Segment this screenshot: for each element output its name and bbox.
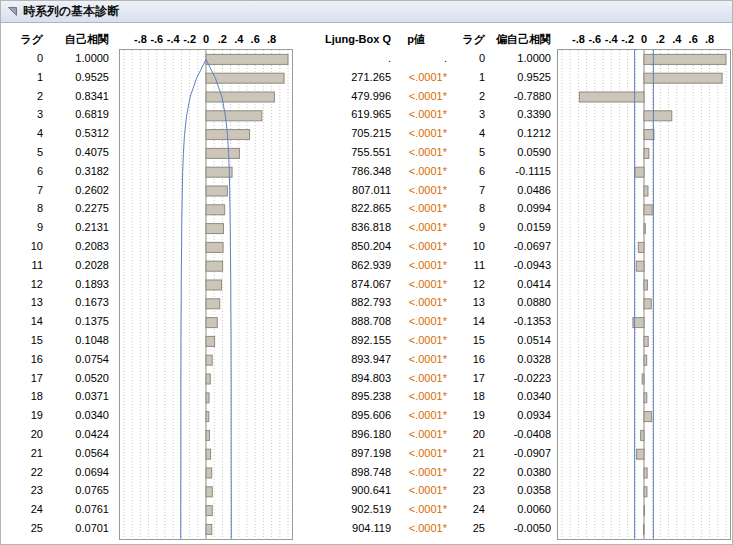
- acf-bar: [206, 92, 274, 102]
- pacf-bar: [644, 393, 647, 403]
- lag-cell: 1: [449, 68, 487, 87]
- lag-cell: 12: [7, 275, 45, 294]
- spacer: [111, 49, 119, 540]
- lag-cell: 20: [7, 425, 45, 444]
- lag-cell: 6: [449, 162, 487, 181]
- ljung-box-q-cell: 850.204: [293, 237, 393, 256]
- acf-bar: [206, 524, 212, 534]
- pacf-value-cell: 1.0000: [487, 49, 553, 68]
- p-value-cell: <.0001*: [393, 369, 449, 388]
- pacf-chart: [557, 49, 731, 540]
- pacf-bar: [644, 148, 649, 158]
- p-value-cell: <.0001*: [393, 387, 449, 406]
- pacf-bar: [638, 242, 644, 252]
- pacf-chart-svg: [558, 50, 730, 539]
- acf-chart-svg: [120, 50, 292, 539]
- lag-cell: 12: [449, 275, 487, 294]
- acf-value-cell: 0.0424: [45, 425, 111, 444]
- pacf-value-cell: 0.0414: [487, 275, 553, 294]
- acf-value-cell: 0.0520: [45, 369, 111, 388]
- acf-axis-labels: -.8-.6-.4-.20.2.4.6.8: [119, 29, 293, 49]
- acf-bar: [206, 299, 220, 309]
- acf-bar: [206, 449, 211, 459]
- acf-bar: [206, 374, 210, 384]
- pacf-bar: [635, 167, 644, 177]
- ljung-box-q-cell: 862.939: [293, 256, 393, 275]
- acf-value-cell: 0.0564: [45, 444, 111, 463]
- p-value-cell: <.0001*: [393, 218, 449, 237]
- spacer: [111, 29, 119, 49]
- pacf-value-cell: 0.0880: [487, 293, 553, 312]
- axis-tick-label: .6: [251, 29, 260, 49]
- pacf-column: 1.00000.9525-0.78800.33900.12120.0590-0.…: [487, 49, 553, 540]
- disclosure-triangle-icon[interactable]: [7, 6, 18, 17]
- pacf-bar: [636, 261, 644, 271]
- jmp-report-window: 時系列の基本診断 ラグ 自己相関 -.8-.6-.4-.20.2.4.6.8 L…: [0, 0, 733, 545]
- p-value-cell: <.0001*: [393, 143, 449, 162]
- axis-tick-label: 0: [641, 29, 647, 49]
- pacf-value-cell: -0.0907: [487, 444, 553, 463]
- p-value-cell: <.0001*: [393, 293, 449, 312]
- p-value-cell: <.0001*: [393, 275, 449, 294]
- pacf-bar: [644, 130, 654, 140]
- axis-tick-label: -.8: [134, 29, 147, 49]
- ljung-box-q-cell: 894.803: [293, 369, 393, 388]
- ljung-box-q-cell: 896.180: [293, 425, 393, 444]
- pacf-value-cell: 0.0060: [487, 500, 553, 519]
- acf-bar: [206, 205, 225, 215]
- p-value-cell: <.0001*: [393, 87, 449, 106]
- acf-bar: [206, 73, 284, 83]
- lag-cell: 19: [7, 406, 45, 425]
- lag-cell: 0: [7, 49, 45, 68]
- axis-tick-label: -.8: [572, 29, 585, 49]
- p-value-cell: <.0001*: [393, 105, 449, 124]
- pacf-bar: [644, 468, 647, 478]
- pacf-bar: [644, 487, 647, 497]
- lag-cell: 17: [449, 369, 487, 388]
- acf-bar: [206, 393, 209, 403]
- pacf-value-cell: 0.0358: [487, 481, 553, 500]
- pacf-value-cell: -0.1115: [487, 162, 553, 181]
- lag-cell: 25: [449, 519, 487, 538]
- acf-value-cell: 0.0694: [45, 463, 111, 482]
- confidence-curve-lower: [181, 59, 206, 538]
- lag-cell: 3: [449, 105, 487, 124]
- pacf-bar: [637, 449, 644, 459]
- axis-tick-label: -.6: [588, 29, 601, 49]
- axis-tick-label: -.4: [167, 29, 180, 49]
- pacf-value-cell: 0.3390: [487, 105, 553, 124]
- pacf-bar: [644, 205, 652, 215]
- ljung-box-q-cell: 874.067: [293, 275, 393, 294]
- axis-tick-label: .2: [218, 29, 227, 49]
- ljung-box-q-cell: 705.215: [293, 124, 393, 143]
- pacf-bar: [642, 374, 644, 384]
- acf-value-cell: 0.2028: [45, 256, 111, 275]
- p-value-cell: <.0001*: [393, 312, 449, 331]
- axis-tick-label: -.2: [183, 29, 196, 49]
- column-header-p-value: p値: [393, 29, 449, 49]
- lag-cell: 11: [449, 256, 487, 275]
- acf-bar: [206, 167, 232, 177]
- column-header-lag: ラグ: [7, 29, 45, 49]
- p-value-cell: .: [393, 49, 449, 68]
- acf-bar: [206, 430, 209, 440]
- pacf-bar: [644, 280, 647, 290]
- lag-cell: 14: [7, 312, 45, 331]
- report-title-bar[interactable]: 時系列の基本診断: [1, 1, 732, 23]
- ljung-box-q-cell: 902.519: [293, 500, 393, 519]
- axis-tick-label: .4: [234, 29, 243, 49]
- ljung-box-q-column: .271.265479.996619.965705.215755.551786.…: [293, 49, 393, 540]
- lag-cell: 7: [449, 181, 487, 200]
- acf-value-cell: 0.1673: [45, 293, 111, 312]
- column-header-pacf: 偏自己相関: [487, 29, 553, 49]
- pacf-value-cell: -0.0408: [487, 425, 553, 444]
- p-value-cell: <.0001*: [393, 256, 449, 275]
- acf-value-cell: 0.0371: [45, 387, 111, 406]
- lag-cell: 18: [449, 387, 487, 406]
- acf-value-cell: 0.0765: [45, 481, 111, 500]
- acf-value-cell: 0.0701: [45, 519, 111, 538]
- ljung-box-q-cell: 822.865: [293, 199, 393, 218]
- lag-cell: 21: [449, 444, 487, 463]
- lag-cell: 2: [449, 87, 487, 106]
- lag-cell: 5: [7, 143, 45, 162]
